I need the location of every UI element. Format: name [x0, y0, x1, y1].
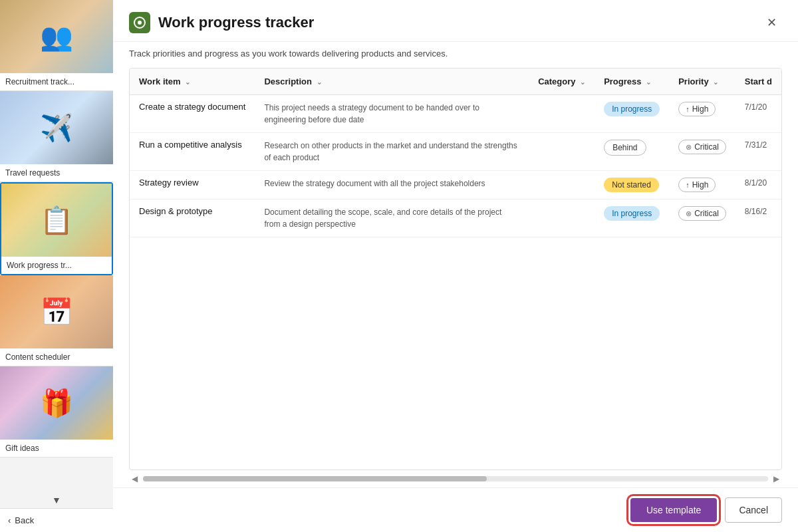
table-row: Strategy reviewReview the strategy docum… — [130, 171, 781, 200]
col-progress[interactable]: Progress ⌄ — [595, 68, 669, 95]
description-text-2: Research on other products in the market… — [264, 141, 517, 162]
priority-badge-1: ↑ High — [678, 102, 716, 116]
col-progress-label: Progress — [604, 76, 641, 86]
start-date-1: 7/1/20 — [745, 102, 767, 112]
work-item-name-1: Create a strategy document — [139, 102, 245, 112]
dialog-title: Work progress tracker — [158, 14, 753, 31]
cell-progress-1: In progress — [595, 95, 669, 133]
scroll-left-icon[interactable]: ◀ — [129, 473, 140, 485]
table-row: Create a strategy documentThis project n… — [130, 95, 781, 133]
horizontal-scrollbar[interactable]: ◀ ▶ — [129, 470, 782, 487]
progress-sort-icon: ⌄ — [646, 78, 651, 86]
sidebar-label-content: Content scheduler — [0, 348, 113, 366]
sidebar-label-travel: Travel requests — [0, 164, 113, 182]
cell-description-1: This project needs a strategy document t… — [255, 95, 529, 133]
scrollbar-track[interactable] — [143, 476, 768, 481]
col-work-item[interactable]: Work item ⌄ — [130, 68, 255, 95]
main-dialog: Work progress tracker ✕ Track priorities… — [113, 0, 798, 532]
dialog-icon — [129, 12, 150, 33]
sidebar-item-travel[interactable]: ✈️Travel requests — [0, 91, 113, 182]
scroll-right-icon[interactable]: ▶ — [771, 473, 782, 485]
use-template-button[interactable]: Use template — [630, 498, 717, 522]
dialog-subtitle: Track priorities and progress as you wor… — [113, 42, 798, 68]
sidebar-scroll-down[interactable]: ▼ — [0, 492, 113, 508]
sidebar-label-work-progress: Work progress tr... — [1, 257, 112, 274]
svg-point-1 — [138, 21, 142, 25]
col-description-label: Description — [264, 76, 312, 86]
col-priority[interactable]: Priority ⌄ — [669, 68, 735, 95]
col-work-item-label: Work item — [139, 76, 181, 86]
work-item-name-2: Run a competitive analysis — [139, 140, 242, 150]
progress-badge-1: In progress — [604, 102, 660, 116]
work-items-table-container: Work item ⌄ Description ⌄ Category ⌄ Pro… — [129, 68, 782, 470]
col-description[interactable]: Description ⌄ — [255, 68, 529, 95]
priority-icon-1: ↑ — [686, 105, 690, 113]
work-items-table: Work item ⌄ Description ⌄ Category ⌄ Pro… — [130, 68, 781, 237]
cell-category-3 — [529, 171, 595, 200]
col-category-label: Category — [538, 76, 575, 86]
cell-work-item-4: Design & prototype — [130, 200, 255, 237]
cell-priority-3: ↑ High — [669, 171, 735, 200]
description-text-3: Review the strategy document with all th… — [264, 179, 485, 188]
cell-start-date-1: 7/1/20 — [735, 95, 781, 133]
cell-start-date-3: 8/1/20 — [735, 171, 781, 200]
sidebar-item-content[interactable]: 📅Content scheduler — [0, 275, 113, 366]
cell-work-item-2: Run a competitive analysis — [130, 133, 255, 171]
cancel-button[interactable]: Cancel — [725, 497, 782, 523]
sidebar-item-gift[interactable]: 🎁Gift ideas — [0, 366, 113, 458]
cell-priority-4: ⊗ Critical — [669, 200, 735, 237]
table-header-row: Work item ⌄ Description ⌄ Category ⌄ Pro… — [130, 68, 781, 95]
back-button[interactable]: ‹ Back — [0, 508, 113, 532]
sidebar-item-work-progress[interactable]: 📋Work progress tr... — [0, 182, 113, 275]
cell-category-2 — [529, 133, 595, 171]
cell-work-item-3: Strategy review — [130, 171, 255, 200]
col-start-date[interactable]: Start d — [735, 68, 781, 95]
cell-description-2: Research on other products in the market… — [255, 133, 529, 171]
table-row: Design & prototypeDocument detailing the… — [130, 200, 781, 237]
progress-badge-4: In progress — [604, 206, 660, 221]
dialog-footer: Use template Cancel — [113, 487, 798, 532]
sidebar-thumb-content: 📅 — [0, 275, 113, 348]
cell-category-1 — [529, 95, 595, 133]
priority-icon-4: ⊗ — [686, 209, 692, 218]
cell-progress-2: Behind — [595, 133, 669, 171]
start-date-4: 8/16/2 — [745, 207, 767, 216]
close-button[interactable]: ✕ — [761, 13, 782, 33]
cell-description-4: Document detailing the scope, scale, and… — [255, 200, 529, 237]
priority-icon-3: ↑ — [686, 181, 690, 189]
work-item-name-4: Design & prototype — [139, 206, 213, 216]
cell-progress-3: Not started — [595, 171, 669, 200]
table-body: Create a strategy documentThis project n… — [130, 95, 781, 237]
cell-progress-4: In progress — [595, 200, 669, 237]
sidebar: 👥Recruitment track...✈️Travel requests📋W… — [0, 0, 113, 532]
scrollbar-thumb[interactable] — [143, 476, 487, 481]
col-category[interactable]: Category ⌄ — [529, 68, 595, 95]
back-arrow-icon: ‹ — [8, 515, 11, 525]
cell-start-date-2: 7/31/2 — [735, 133, 781, 171]
sidebar-items-list: 👥Recruitment track...✈️Travel requests📋W… — [0, 0, 113, 492]
cell-priority-2: ⊗ Critical — [669, 133, 735, 171]
progress-badge-3: Not started — [604, 178, 659, 192]
priority-badge-3: ↑ High — [678, 178, 716, 192]
table-header: Work item ⌄ Description ⌄ Category ⌄ Pro… — [130, 68, 781, 95]
col-priority-label: Priority — [678, 76, 709, 86]
cell-category-4 — [529, 200, 595, 237]
description-text-1: This project needs a strategy document t… — [264, 103, 479, 124]
sidebar-thumb-work-progress: 📋 — [1, 184, 112, 257]
cell-work-item-1: Create a strategy document — [130, 95, 255, 133]
priority-icon-2: ⊗ — [686, 143, 692, 152]
table-row: Run a competitive analysisResearch on ot… — [130, 133, 781, 171]
start-date-3: 8/1/20 — [745, 178, 767, 188]
category-sort-icon: ⌄ — [580, 78, 585, 86]
sidebar-thumb-recruitment: 👥 — [0, 0, 113, 73]
dialog-header: Work progress tracker ✕ — [113, 0, 798, 42]
sidebar-label-recruitment: Recruitment track... — [0, 73, 113, 90]
priority-badge-2: ⊗ Critical — [678, 140, 726, 154]
cell-start-date-4: 8/16/2 — [735, 200, 781, 237]
sidebar-item-recruitment[interactable]: 👥Recruitment track... — [0, 0, 113, 91]
cell-description-3: Review the strategy document with all th… — [255, 171, 529, 200]
priority-label-2: Critical — [694, 142, 719, 152]
start-date-2: 7/31/2 — [745, 140, 767, 150]
priority-label-3: High — [692, 180, 709, 190]
sidebar-thumb-travel: ✈️ — [0, 91, 113, 164]
